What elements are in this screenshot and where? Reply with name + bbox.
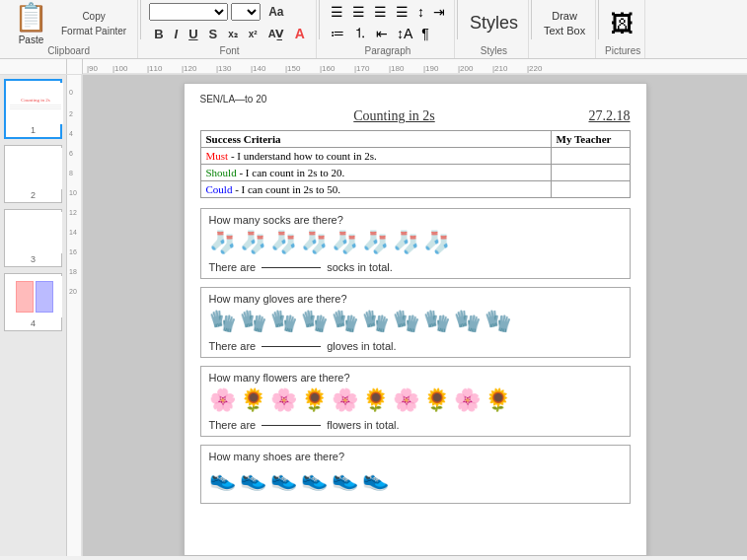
flower-9: 🌸 [454,387,481,413]
highlight-button[interactable]: AV̲ [263,26,289,42]
show-formatting-button[interactable]: ¶ [418,25,432,42]
superscript-button[interactable]: x² [244,27,262,41]
title-row: Counting in 2s 27.2.18 [200,108,631,124]
slide-thumb-2[interactable]: 2 [4,145,62,203]
paragraph-group: ☰ ☰ ☰ ☰ ↕ ⇥ ≔ ⒈ ⇤ ↕A ¶ Paragraph [322,0,455,58]
indent-button[interactable]: ⇥ [430,3,448,21]
gloves-answer-suffix: gloves in total. [327,340,396,352]
paste-button[interactable]: 📋 Paste [8,0,54,47]
line-spacing-button[interactable]: ↕ [414,3,427,21]
svg-text:4: 4 [69,130,73,137]
draw-text-box-group: Draw Text Box [534,0,596,58]
sock-3: 🧦 [270,230,297,255]
italic-button[interactable]: I [170,25,184,43]
subscript-button[interactable]: x₂ [223,27,243,41]
shoe-4: 👟 [301,466,328,492]
shoes-question: How many shoes are there? [209,451,622,462]
ruler-corner2 [67,59,83,74]
svg-text:|150: |150 [285,64,301,73]
slide-thumb-3[interactable]: 3 [4,209,62,267]
sock-4: 🧦 [301,230,328,255]
bold-button[interactable]: B [149,25,168,43]
socks-answer-suffix: socks in total. [327,261,393,273]
flowers-answer-suffix: flowers in total. [327,419,399,431]
justify-button[interactable]: ☰ [393,3,411,21]
slide-thumb-4[interactable]: 4 [4,273,62,331]
decrease-indent-button[interactable]: ⇤ [373,25,391,42]
font-controls: Aa B I U S x₂ x² AV̲ A [149,3,310,43]
font-size-select[interactable] [231,3,261,21]
ruler-h-marks: |90 |100 |110 |120 |130 |140 |150 |160 |… [83,59,747,74]
horizontal-ruler: |90 |100 |110 |120 |130 |140 |150 |160 |… [0,59,747,75]
pictures-button[interactable]: 🖼 [611,10,635,37]
flower-8: 🌻 [423,387,450,413]
svg-text:18: 18 [69,268,77,275]
ruler-corner [0,59,67,74]
format-painter-button[interactable]: Format Painter [58,25,129,37]
flower-5: 🌸 [332,387,358,413]
slide-4-box1 [16,281,34,313]
svg-text:|170: |170 [354,64,370,73]
draw-label-line2: Text Box [544,24,585,37]
divider-3 [457,0,458,39]
gloves-question: How many gloves are there? [209,293,622,305]
sock-8: 🧦 [423,230,450,255]
criteria-row-must: Must - I understand how to count in 2s. [200,148,630,165]
numbering-button[interactable]: ⒈ [350,24,370,43]
criteria-table: Success Criteria My Teacher Must - I und… [200,130,631,198]
slide-thumb-1[interactable]: Counting in 2s 1 [4,79,62,139]
ruler-v-svg: 0 2 4 6 8 10 12 14 16 18 20 [67,75,83,556]
svg-text:20: 20 [69,288,77,295]
paragraph-label: Paragraph [365,45,411,56]
sock-6: 🧦 [362,230,389,255]
copy-button[interactable]: Copy [58,10,129,23]
gloves-answer-prefix: There are [209,340,257,352]
criteria-col1-header: Success Criteria [200,131,551,148]
page-title: Counting in 2s [200,108,589,124]
text-size-button[interactable]: Aa [263,3,288,21]
svg-text:16: 16 [69,248,77,255]
glove-9: 🧤 [454,309,481,334]
page-annotation: SEN/LA—to 20 [200,94,631,105]
draw-text-box-button[interactable]: Draw Text Box [544,9,585,37]
bullets-button[interactable]: ≔ [328,25,347,42]
divider-2 [319,0,320,39]
flowers-question: How many flowers are there? [209,372,622,384]
font-family-select[interactable] [149,3,228,21]
pictures-label: Pictures [605,45,640,56]
flowers-answer-prefix: There are [209,419,257,431]
font-color-button[interactable]: A [290,24,310,43]
socks-section: How many socks are there? 🧦 🧦 🧦 🧦 🧦 🧦 🧦 … [200,208,631,279]
gloves-answer: There are gloves in total. [209,340,622,352]
underline-button[interactable]: U [184,25,202,43]
para-row-2: ≔ ⒈ ⇤ ↕A ¶ [328,24,448,43]
divider-1 [140,0,141,39]
svg-text:|120: |120 [182,64,197,73]
styles-button[interactable]: Styles [470,13,518,34]
strikethrough-button[interactable]: S [204,25,223,43]
svg-text:|130: |130 [216,64,232,73]
socks-blank [261,267,321,268]
glove-1: 🧤 [209,309,236,334]
sort-button[interactable]: ↕A [394,25,415,42]
slide-4-content [14,277,55,316]
document-area: 0 2 4 6 8 10 12 14 16 18 20 SEN/LA—to 20… [67,75,747,556]
styles-label: Styles [481,45,507,56]
flower-10: 🌻 [485,387,511,413]
flower-3: 🌸 [270,387,297,413]
socks-answer: There are socks in total. [209,261,622,273]
slide-1-number: 1 [8,125,58,135]
shoes-section: How many shoes are there? 👟 👟 👟 👟 👟 👟 [200,445,631,504]
could-text: - I can count in 2s to 50. [235,183,340,195]
align-right-button[interactable]: ☰ [371,3,390,21]
align-center-button[interactable]: ☰ [349,3,368,21]
slide-thumb-2-preview [7,148,62,189]
criteria-row-could: Could - I can count in 2s to 50. [200,181,630,198]
page: SEN/LA—to 20 Counting in 2s 27.2.18 Succ… [184,83,647,556]
glove-7: 🧤 [393,309,419,334]
align-left-button[interactable]: ☰ [328,3,346,21]
main-area: Counting in 2s 1 [0,75,747,556]
must-label: Must [206,150,229,162]
svg-text:|140: |140 [251,64,266,73]
slide-thumb-3-preview [7,212,62,253]
